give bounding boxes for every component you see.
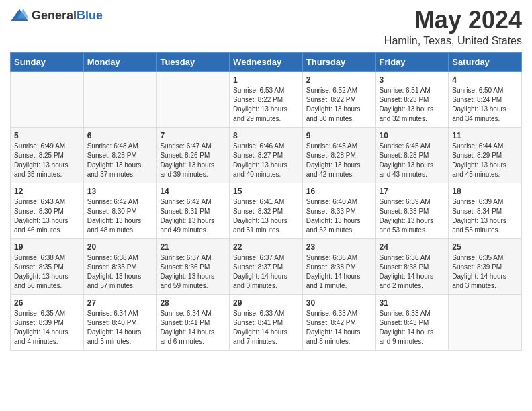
calendar-cell: 3Sunrise: 6:51 AMSunset: 8:23 PMDaylight… — [375, 71, 449, 127]
day-info: Sunrise: 6:42 AMSunset: 8:30 PMDaylight:… — [87, 198, 142, 234]
day-info: Sunrise: 6:43 AMSunset: 8:30 PMDaylight:… — [14, 198, 69, 234]
calendar-week-row: 19Sunrise: 6:38 AMSunset: 8:35 PMDayligh… — [11, 238, 522, 294]
weekday-header-row: SundayMondayTuesdayWednesdayThursdayFrid… — [11, 52, 522, 71]
day-info: Sunrise: 6:42 AMSunset: 8:31 PMDaylight:… — [160, 198, 214, 234]
weekday-header-sunday: Sunday — [11, 52, 84, 71]
calendar-week-row: 12Sunrise: 6:43 AMSunset: 8:30 PMDayligh… — [11, 183, 522, 238]
weekday-header-monday: Monday — [83, 52, 157, 71]
calendar-body: 1Sunrise: 6:53 AMSunset: 8:22 PMDaylight… — [11, 71, 522, 350]
calendar-cell: 22Sunrise: 6:37 AMSunset: 8:37 PMDayligh… — [230, 238, 303, 294]
day-info: Sunrise: 6:46 AMSunset: 8:27 PMDaylight:… — [233, 142, 287, 178]
day-info: Sunrise: 6:44 AMSunset: 8:29 PMDaylight:… — [452, 142, 506, 178]
calendar-cell: 14Sunrise: 6:42 AMSunset: 8:31 PMDayligh… — [157, 183, 230, 238]
calendar-cell: 13Sunrise: 6:42 AMSunset: 8:30 PMDayligh… — [83, 183, 157, 238]
calendar-cell: 21Sunrise: 6:37 AMSunset: 8:36 PMDayligh… — [157, 238, 230, 294]
calendar-week-row: 5Sunrise: 6:49 AMSunset: 8:25 PMDaylight… — [11, 127, 522, 183]
day-number: 20 — [87, 242, 153, 252]
calendar-cell: 9Sunrise: 6:45 AMSunset: 8:28 PMDaylight… — [302, 127, 375, 183]
day-number: 3 — [380, 75, 445, 85]
day-number: 29 — [233, 298, 299, 308]
calendar-cell: 7Sunrise: 6:47 AMSunset: 8:26 PMDaylight… — [157, 127, 230, 183]
day-number: 4 — [452, 75, 518, 85]
day-info: Sunrise: 6:39 AMSunset: 8:33 PMDaylight:… — [380, 198, 434, 234]
day-number: 18 — [452, 187, 518, 196]
calendar-cell: 26Sunrise: 6:35 AMSunset: 8:39 PMDayligh… — [11, 294, 84, 350]
calendar-table: SundayMondayTuesdayWednesdayThursdayFrid… — [10, 52, 522, 351]
logo-icon — [10, 7, 29, 26]
day-info: Sunrise: 6:37 AMSunset: 8:37 PMDaylight:… — [233, 254, 287, 289]
day-number: 13 — [87, 187, 153, 196]
day-number: 12 — [14, 187, 80, 196]
day-number: 28 — [160, 298, 226, 308]
day-number: 21 — [160, 242, 226, 252]
calendar-week-row: 1Sunrise: 6:53 AMSunset: 8:22 PMDaylight… — [11, 71, 522, 127]
calendar-cell: 19Sunrise: 6:38 AMSunset: 8:35 PMDayligh… — [11, 238, 84, 294]
day-info: Sunrise: 6:51 AMSunset: 8:23 PMDaylight:… — [380, 87, 434, 122]
calendar-cell: 20Sunrise: 6:38 AMSunset: 8:35 PMDayligh… — [83, 238, 157, 294]
calendar-cell: 16Sunrise: 6:40 AMSunset: 8:33 PMDayligh… — [302, 183, 375, 238]
day-number: 7 — [160, 131, 226, 140]
calendar-cell — [157, 71, 230, 127]
weekday-header-friday: Friday — [375, 52, 449, 71]
title-block: May 2024 Hamlin, Texas, United States — [384, 7, 522, 47]
day-info: Sunrise: 6:45 AMSunset: 8:28 PMDaylight:… — [306, 142, 361, 178]
day-info: Sunrise: 6:34 AMSunset: 8:41 PMDaylight:… — [160, 310, 214, 345]
day-number: 27 — [87, 298, 153, 308]
calendar-cell: 25Sunrise: 6:35 AMSunset: 8:39 PMDayligh… — [449, 238, 522, 294]
page-header: GeneralBlue May 2024 Hamlin, Texas, Unit… — [10, 7, 522, 47]
day-number: 17 — [380, 187, 445, 196]
calendar-cell — [449, 294, 522, 350]
calendar-cell: 5Sunrise: 6:49 AMSunset: 8:25 PMDaylight… — [11, 127, 84, 183]
day-number: 15 — [233, 187, 299, 196]
day-number: 16 — [306, 187, 372, 196]
day-number: 6 — [87, 131, 153, 140]
calendar-cell: 10Sunrise: 6:45 AMSunset: 8:28 PMDayligh… — [375, 127, 449, 183]
location-subtitle: Hamlin, Texas, United States — [384, 35, 522, 47]
calendar-cell: 24Sunrise: 6:36 AMSunset: 8:38 PMDayligh… — [375, 238, 449, 294]
calendar-cell — [11, 71, 84, 127]
calendar-cell: 2Sunrise: 6:52 AMSunset: 8:22 PMDaylight… — [302, 71, 375, 127]
day-number: 26 — [14, 298, 80, 308]
weekday-header-tuesday: Tuesday — [157, 52, 230, 71]
day-info: Sunrise: 6:35 AMSunset: 8:39 PMDaylight:… — [14, 310, 69, 345]
calendar-cell: 23Sunrise: 6:36 AMSunset: 8:38 PMDayligh… — [302, 238, 375, 294]
logo: GeneralBlue — [10, 7, 103, 26]
calendar-week-row: 26Sunrise: 6:35 AMSunset: 8:39 PMDayligh… — [11, 294, 522, 350]
day-info: Sunrise: 6:33 AMSunset: 8:41 PMDaylight:… — [233, 310, 287, 345]
calendar-cell: 18Sunrise: 6:39 AMSunset: 8:34 PMDayligh… — [449, 183, 522, 238]
day-number: 19 — [14, 242, 80, 252]
calendar-cell: 28Sunrise: 6:34 AMSunset: 8:41 PMDayligh… — [157, 294, 230, 350]
weekday-header-thursday: Thursday — [302, 52, 375, 71]
weekday-header-wednesday: Wednesday — [230, 52, 303, 71]
day-info: Sunrise: 6:50 AMSunset: 8:24 PMDaylight:… — [452, 87, 506, 122]
day-info: Sunrise: 6:47 AMSunset: 8:26 PMDaylight:… — [160, 142, 214, 178]
calendar-cell: 29Sunrise: 6:33 AMSunset: 8:41 PMDayligh… — [230, 294, 303, 350]
day-info: Sunrise: 6:52 AMSunset: 8:22 PMDaylight:… — [306, 87, 361, 122]
day-number: 14 — [160, 187, 226, 196]
day-info: Sunrise: 6:38 AMSunset: 8:35 PMDaylight:… — [87, 254, 142, 289]
calendar-cell: 8Sunrise: 6:46 AMSunset: 8:27 PMDaylight… — [230, 127, 303, 183]
calendar-cell: 6Sunrise: 6:48 AMSunset: 8:25 PMDaylight… — [83, 127, 157, 183]
day-number: 24 — [380, 242, 445, 252]
day-info: Sunrise: 6:41 AMSunset: 8:32 PMDaylight:… — [233, 198, 287, 234]
calendar-cell: 15Sunrise: 6:41 AMSunset: 8:32 PMDayligh… — [230, 183, 303, 238]
day-info: Sunrise: 6:38 AMSunset: 8:35 PMDaylight:… — [14, 254, 69, 289]
day-info: Sunrise: 6:45 AMSunset: 8:28 PMDaylight:… — [380, 142, 434, 178]
day-info: Sunrise: 6:40 AMSunset: 8:33 PMDaylight:… — [306, 198, 361, 234]
logo-text-blue: Blue — [77, 9, 103, 22]
calendar-cell: 4Sunrise: 6:50 AMSunset: 8:24 PMDaylight… — [449, 71, 522, 127]
day-info: Sunrise: 6:36 AMSunset: 8:38 PMDaylight:… — [380, 254, 434, 289]
main-title: May 2024 — [384, 7, 522, 34]
calendar-cell — [83, 71, 157, 127]
day-info: Sunrise: 6:36 AMSunset: 8:38 PMDaylight:… — [306, 254, 361, 289]
day-info: Sunrise: 6:33 AMSunset: 8:42 PMDaylight:… — [306, 310, 361, 345]
day-number: 8 — [233, 131, 299, 140]
calendar-cell: 27Sunrise: 6:34 AMSunset: 8:40 PMDayligh… — [83, 294, 157, 350]
calendar-cell: 11Sunrise: 6:44 AMSunset: 8:29 PMDayligh… — [449, 127, 522, 183]
day-number: 25 — [452, 242, 518, 252]
day-info: Sunrise: 6:53 AMSunset: 8:22 PMDaylight:… — [233, 87, 287, 122]
calendar-header: SundayMondayTuesdayWednesdayThursdayFrid… — [11, 52, 522, 71]
day-number: 23 — [306, 242, 372, 252]
weekday-header-saturday: Saturday — [449, 52, 522, 71]
day-number: 1 — [233, 75, 299, 85]
